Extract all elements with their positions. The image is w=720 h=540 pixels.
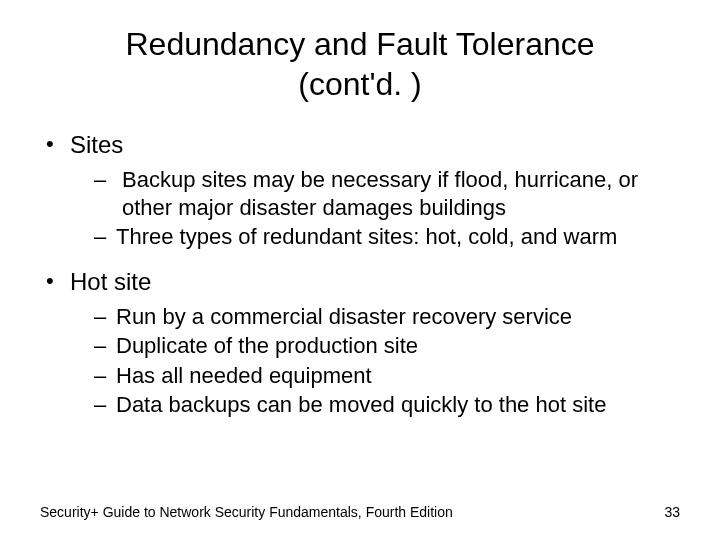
sub-bullet-list: Backup sites may be necessary if flood, … <box>70 166 680 251</box>
sub-bullet: Three types of redundant sites: hot, col… <box>94 223 680 251</box>
slide-footer: Security+ Guide to Network Security Fund… <box>40 504 680 520</box>
title-line-1: Redundancy and Fault Tolerance <box>125 26 594 62</box>
sub-bullet: Backup sites may be necessary if flood, … <box>94 166 680 221</box>
bullet-list: Sites Backup sites may be necessary if f… <box>40 130 680 419</box>
sub-bullet: Run by a commercial disaster recovery se… <box>94 303 680 331</box>
page-number: 33 <box>664 504 680 520</box>
sub-bullet-list: Run by a commercial disaster recovery se… <box>70 303 680 419</box>
bullet-hot-site: Hot site Run by a commercial disaster re… <box>46 267 680 419</box>
slide: Redundancy and Fault Tolerance (cont'd. … <box>0 0 720 540</box>
sub-bullet: Has all needed equipment <box>94 362 680 390</box>
footer-text: Security+ Guide to Network Security Fund… <box>40 504 453 520</box>
title-line-2: (cont'd. ) <box>298 66 421 102</box>
slide-content: Sites Backup sites may be necessary if f… <box>40 130 680 484</box>
sub-bullet: Duplicate of the production site <box>94 332 680 360</box>
sub-bullet: Data backups can be moved quickly to the… <box>94 391 680 419</box>
slide-title: Redundancy and Fault Tolerance (cont'd. … <box>40 24 680 104</box>
bullet-label: Sites <box>70 131 123 158</box>
bullet-sites: Sites Backup sites may be necessary if f… <box>46 130 680 251</box>
bullet-label: Hot site <box>70 268 151 295</box>
